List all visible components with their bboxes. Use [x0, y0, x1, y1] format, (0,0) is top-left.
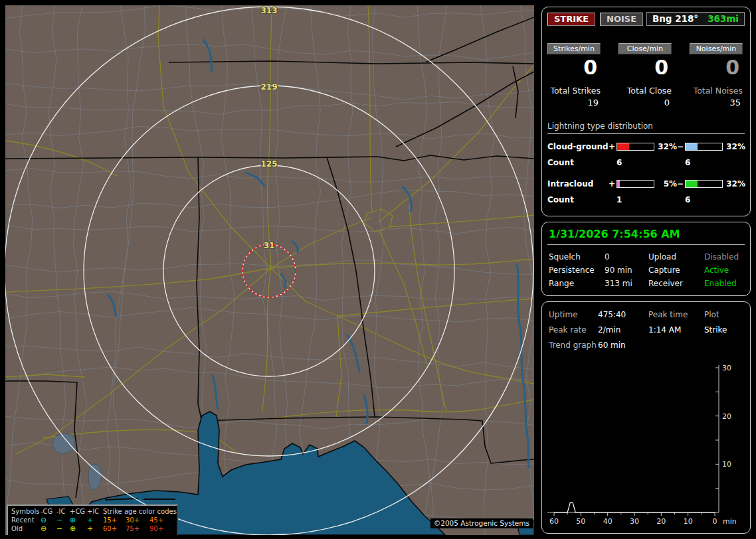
- ring-label-313: 313: [260, 6, 277, 15]
- plus-sign: +: [609, 142, 616, 151]
- count-label: Count: [547, 195, 609, 204]
- ic-negative-bar-fill: [686, 181, 698, 187]
- noises-per-min-value: 0: [690, 57, 743, 78]
- minus-sign: −: [677, 142, 685, 151]
- statistics-trend-panel: Uptime 475:40 Peak time Plot Peak rate 2…: [541, 301, 751, 534]
- persistence-label: Persistence: [549, 264, 605, 277]
- cg-negative-pct: 32%: [723, 142, 745, 151]
- rate-counters: Strikes/min 0 Total Strikes 19 Close/min…: [547, 43, 745, 108]
- squelch-label: Squelch: [549, 250, 605, 264]
- squelch-value: 0: [605, 250, 648, 264]
- map-legend: Symbols -CG -IC +CG +IC Strike age color…: [7, 504, 178, 535]
- svg-text:60: 60: [549, 517, 559, 526]
- map-graphics: 313 219 125 31: [5, 5, 534, 535]
- capture-status: Active: [704, 264, 745, 277]
- svg-text:40: 40: [603, 517, 613, 526]
- legend-col-neg-cg: -CG: [41, 507, 56, 516]
- minus-cg-recent-icon: ⊖: [41, 516, 56, 524]
- ic-positive-pct: 5%: [654, 179, 677, 189]
- total-strikes-value: 19: [547, 98, 601, 108]
- uptime-value: 475:40: [598, 307, 648, 323]
- minus-sign: −: [677, 179, 685, 189]
- svg-text:10: 10: [684, 517, 693, 526]
- legend-age-header: Strike age color codes: [103, 507, 172, 516]
- copyright-notice: ©2005 Astrogenic Systems: [430, 518, 533, 528]
- cloud-ground-label: Cloud-ground: [547, 142, 609, 151]
- svg-text:0: 0: [713, 517, 717, 526]
- range-label: Range: [549, 277, 605, 290]
- age-code-45: 45+: [149, 516, 172, 524]
- cloud-ground-row: Cloud-ground + 32% − 32%: [547, 142, 745, 151]
- age-code-15: 15+: [103, 516, 126, 524]
- ic-negative-pct: 32%: [723, 179, 745, 189]
- session-stats-grid: Uptime 475:40 Peak time Plot Peak rate 2…: [547, 307, 745, 353]
- total-strikes-label: Total Strikes: [547, 86, 601, 96]
- strike-counters-panel: STRIKE NOISE Bng 218° 363mi Strikes/min …: [541, 7, 751, 216]
- noise-toggle-button[interactable]: NOISE: [600, 13, 643, 26]
- trend-window-value: 60 min: [598, 338, 648, 353]
- distance-value: 363mi: [708, 13, 739, 24]
- ic-positive-bar-fill: [617, 181, 620, 187]
- close-per-min-header: Close/min: [618, 43, 672, 54]
- cg-positive-bar: [616, 143, 654, 151]
- svg-text:10: 10: [722, 460, 731, 469]
- svg-text:30: 30: [722, 364, 731, 372]
- minus-ic-recent-icon: −: [56, 516, 70, 524]
- strikes-per-min-header: Strikes/min: [547, 43, 601, 54]
- legend-symbols-header: Symbols: [11, 507, 41, 516]
- uptime-label: Uptime: [549, 307, 598, 323]
- legend-row-old-label: Old: [11, 524, 41, 533]
- plus-cg-old-icon: ⊕: [70, 524, 87, 533]
- plus-cg-recent-icon: ⊕: [70, 516, 87, 524]
- total-close-label: Total Close: [618, 86, 672, 96]
- plus-ic-recent-icon: +: [87, 516, 103, 524]
- noises-per-min-header: Noises/min: [690, 43, 743, 54]
- receiver-status: Enabled: [704, 277, 745, 290]
- legend-col-pos-ic: +IC: [87, 507, 103, 516]
- ring-label-219: 219: [260, 82, 277, 92]
- ring-label-125: 125: [260, 159, 277, 169]
- cg-negative-bar-fill: [686, 143, 698, 150]
- close-per-min-value: 0: [618, 57, 672, 78]
- legend-col-pos-cg: +CG: [70, 507, 87, 516]
- noises-counter-column: Noises/min 0 Total Noises 35: [690, 43, 743, 108]
- count-label: Count: [547, 158, 609, 167]
- legend-row-recent-label: Recent: [11, 516, 41, 524]
- strikes-per-min-value: 0: [547, 57, 601, 78]
- peak-time-label: Peak time: [648, 307, 704, 323]
- trend-graph: 1020306050403020100min: [547, 357, 745, 531]
- strikes-counter-column: Strikes/min 0 Total Strikes 19: [547, 43, 601, 108]
- ic-positive-bar: [616, 180, 654, 188]
- ring-label-31: 31: [264, 241, 275, 250]
- bearing-value: Bng 218°: [652, 13, 698, 24]
- strike-toggle-button[interactable]: STRIKE: [547, 13, 595, 26]
- upload-status: Disabled: [704, 250, 745, 264]
- age-code-30: 30+: [126, 516, 149, 524]
- plus-ic-old-icon: +: [87, 524, 103, 533]
- cg-positive-bar-fill: [617, 143, 629, 150]
- peak-time-value: 1:14 AM: [648, 323, 704, 338]
- legend-col-neg-ic: -IC: [56, 507, 70, 516]
- total-noises-value: 35: [690, 98, 743, 108]
- total-close-value: 0: [618, 98, 672, 108]
- intracloud-row: Intracloud + 5% − 32%: [547, 179, 745, 189]
- age-code-60: 60+: [103, 524, 126, 533]
- trend-graph-label: Trend graph: [549, 338, 598, 353]
- age-code-90: 90+: [149, 524, 172, 533]
- intracloud-count-row: Count 1 6: [547, 195, 745, 204]
- datetime-display: 1/31/2026 7:54:56 AM: [547, 225, 745, 245]
- range-value: 313 mi: [605, 277, 648, 290]
- svg-text:min: min: [723, 517, 737, 526]
- stormvue-window: { "toolbar": { "strike_label": "STRIKE",…: [0, 0, 756, 539]
- trend-graph-canvas: 1020306050403020100min: [547, 357, 746, 528]
- minus-ic-old-icon: −: [56, 524, 70, 533]
- upload-label: Upload: [648, 250, 704, 264]
- svg-text:30: 30: [630, 517, 639, 526]
- svg-text:50: 50: [576, 517, 585, 526]
- map-canvas[interactable]: 313 219 125 31 Symbols -CG -IC +CG +IC S…: [5, 5, 534, 535]
- capture-label: Capture: [648, 264, 704, 277]
- cloud-ground-count-row: Count 6 6: [547, 158, 745, 167]
- plot-label: Plot: [704, 307, 745, 323]
- ic-positive-count: 1: [616, 195, 654, 204]
- cg-positive-pct: 32%: [654, 142, 677, 151]
